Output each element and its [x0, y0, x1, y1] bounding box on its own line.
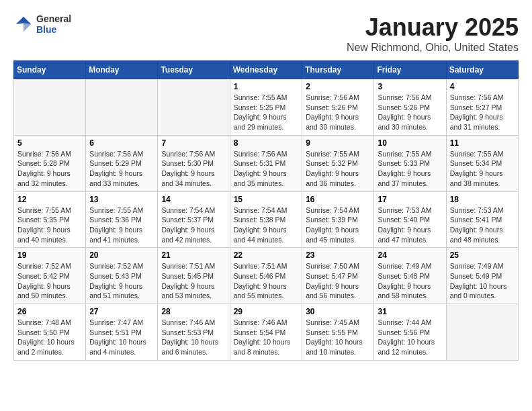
calendar-cell: 27Sunrise: 7:47 AMSunset: 5:51 PMDayligh… — [86, 304, 158, 361]
week-row-2: 5Sunrise: 7:56 AMSunset: 5:28 PMDaylight… — [14, 135, 519, 191]
day-number: 14 — [161, 195, 226, 204]
day-info: Sunrise: 7:44 AMSunset: 5:56 PMDaylight:… — [378, 318, 442, 357]
day-info: Sunrise: 7:46 AMSunset: 5:54 PMDaylight:… — [234, 318, 299, 357]
month-title: January 2025 — [347, 13, 519, 42]
calendar-cell: 14Sunrise: 7:54 AMSunset: 5:37 PMDayligh… — [158, 191, 230, 248]
day-number: 6 — [89, 138, 154, 148]
location-title: New Richmond, Ohio, United States — [347, 42, 519, 54]
calendar-cell: 28Sunrise: 7:46 AMSunset: 5:53 PMDayligh… — [158, 304, 230, 361]
calendar-cell: 4Sunrise: 7:56 AMSunset: 5:27 PMDaylight… — [446, 79, 518, 136]
day-info: Sunrise: 7:51 AMSunset: 5:45 PMDaylight:… — [161, 261, 226, 301]
day-header-saturday: Saturday — [446, 61, 518, 79]
day-info: Sunrise: 7:56 AMSunset: 5:29 PMDaylight:… — [89, 149, 154, 189]
day-number: 7 — [161, 138, 226, 148]
calendar-cell: 26Sunrise: 7:48 AMSunset: 5:50 PMDayligh… — [14, 304, 86, 361]
day-info: Sunrise: 7:45 AMSunset: 5:55 PMDaylight:… — [306, 318, 370, 357]
day-number: 25 — [450, 250, 515, 260]
logo-icon — [13, 14, 34, 34]
calendar-cell — [14, 79, 86, 136]
calendar-cell: 6Sunrise: 7:56 AMSunset: 5:29 PMDaylight… — [86, 135, 158, 191]
day-number: 29 — [234, 307, 299, 316]
calendar-cell — [446, 304, 518, 361]
calendar-cell: 30Sunrise: 7:45 AMSunset: 5:55 PMDayligh… — [302, 304, 374, 361]
day-number: 19 — [17, 250, 82, 260]
calendar-cell: 11Sunrise: 7:55 AMSunset: 5:34 PMDayligh… — [446, 135, 518, 191]
day-number: 16 — [306, 195, 370, 204]
calendar-cell: 2Sunrise: 7:56 AMSunset: 5:26 PMDaylight… — [302, 79, 374, 136]
day-number: 2 — [306, 82, 370, 91]
day-header-friday: Friday — [374, 61, 446, 79]
day-number: 17 — [378, 195, 442, 204]
calendar-header: SundayMondayTuesdayWednesdayThursdayFrid… — [14, 61, 519, 79]
calendar-cell: 19Sunrise: 7:52 AMSunset: 5:42 PMDayligh… — [14, 248, 86, 304]
week-row-5: 26Sunrise: 7:48 AMSunset: 5:50 PMDayligh… — [14, 304, 519, 361]
day-info: Sunrise: 7:51 AMSunset: 5:46 PMDaylight:… — [234, 261, 299, 301]
day-header-sunday: Sunday — [14, 61, 86, 79]
day-info: Sunrise: 7:47 AMSunset: 5:51 PMDaylight:… — [89, 318, 154, 357]
calendar-cell: 22Sunrise: 7:51 AMSunset: 5:46 PMDayligh… — [230, 248, 302, 304]
day-info: Sunrise: 7:52 AMSunset: 5:42 PMDaylight:… — [17, 261, 82, 301]
day-number: 12 — [17, 195, 82, 204]
day-info: Sunrise: 7:52 AMSunset: 5:43 PMDaylight:… — [89, 261, 154, 301]
day-number: 8 — [234, 138, 299, 148]
calendar-cell: 18Sunrise: 7:53 AMSunset: 5:41 PMDayligh… — [446, 191, 518, 248]
day-info: Sunrise: 7:54 AMSunset: 5:38 PMDaylight:… — [234, 205, 299, 245]
logo-blue: Blue — [36, 24, 71, 35]
calendar-cell: 31Sunrise: 7:44 AMSunset: 5:56 PMDayligh… — [374, 304, 446, 361]
day-info: Sunrise: 7:54 AMSunset: 5:39 PMDaylight:… — [306, 205, 370, 245]
calendar-cell: 13Sunrise: 7:55 AMSunset: 5:36 PMDayligh… — [86, 191, 158, 248]
day-number: 28 — [161, 307, 226, 316]
day-number: 10 — [378, 138, 442, 148]
day-info: Sunrise: 7:56 AMSunset: 5:28 PMDaylight:… — [17, 149, 82, 189]
title-area: January 2025 New Richmond, Ohio, United … — [347, 13, 519, 54]
calendar-cell: 16Sunrise: 7:54 AMSunset: 5:39 PMDayligh… — [302, 191, 374, 248]
day-info: Sunrise: 7:53 AMSunset: 5:40 PMDaylight:… — [378, 205, 442, 245]
day-info: Sunrise: 7:55 AMSunset: 5:32 PMDaylight:… — [306, 149, 370, 189]
header: General Blue January 2025 New Richmond, … — [13, 13, 519, 54]
calendar-cell: 24Sunrise: 7:49 AMSunset: 5:48 PMDayligh… — [374, 248, 446, 304]
day-number: 11 — [450, 138, 515, 148]
calendar-cell: 15Sunrise: 7:54 AMSunset: 5:38 PMDayligh… — [230, 191, 302, 248]
calendar: SundayMondayTuesdayWednesdayThursdayFrid… — [13, 60, 519, 361]
calendar-body: 1Sunrise: 7:55 AMSunset: 5:25 PMDaylight… — [14, 79, 519, 361]
calendar-cell: 21Sunrise: 7:51 AMSunset: 5:45 PMDayligh… — [158, 248, 230, 304]
calendar-cell: 7Sunrise: 7:56 AMSunset: 5:30 PMDaylight… — [158, 135, 230, 191]
day-info: Sunrise: 7:48 AMSunset: 5:50 PMDaylight:… — [17, 318, 82, 357]
day-info: Sunrise: 7:56 AMSunset: 5:26 PMDaylight:… — [378, 93, 442, 132]
logo: General Blue — [13, 13, 71, 35]
day-number: 23 — [306, 250, 370, 260]
day-number: 3 — [378, 82, 442, 91]
day-number: 26 — [17, 307, 82, 316]
calendar-cell: 23Sunrise: 7:50 AMSunset: 5:47 PMDayligh… — [302, 248, 374, 304]
week-row-4: 19Sunrise: 7:52 AMSunset: 5:42 PMDayligh… — [14, 248, 519, 304]
day-number: 1 — [234, 82, 299, 91]
day-info: Sunrise: 7:55 AMSunset: 5:25 PMDaylight:… — [234, 93, 299, 132]
day-info: Sunrise: 7:55 AMSunset: 5:36 PMDaylight:… — [89, 205, 154, 245]
day-info: Sunrise: 7:46 AMSunset: 5:53 PMDaylight:… — [161, 318, 226, 357]
calendar-cell: 8Sunrise: 7:56 AMSunset: 5:31 PMDaylight… — [230, 135, 302, 191]
day-number: 15 — [234, 195, 299, 204]
calendar-cell: 20Sunrise: 7:52 AMSunset: 5:43 PMDayligh… — [86, 248, 158, 304]
day-info: Sunrise: 7:56 AMSunset: 5:30 PMDaylight:… — [161, 149, 226, 189]
day-header-tuesday: Tuesday — [158, 61, 230, 79]
day-info: Sunrise: 7:49 AMSunset: 5:49 PMDaylight:… — [450, 261, 515, 301]
day-info: Sunrise: 7:56 AMSunset: 5:26 PMDaylight:… — [306, 93, 370, 132]
day-number: 18 — [450, 195, 515, 204]
day-number: 20 — [89, 250, 154, 260]
day-header-monday: Monday — [86, 61, 158, 79]
day-number: 21 — [161, 250, 226, 260]
calendar-cell: 5Sunrise: 7:56 AMSunset: 5:28 PMDaylight… — [14, 135, 86, 191]
logo-text: General Blue — [36, 13, 71, 35]
week-row-3: 12Sunrise: 7:55 AMSunset: 5:35 PMDayligh… — [14, 191, 519, 248]
calendar-cell: 17Sunrise: 7:53 AMSunset: 5:40 PMDayligh… — [374, 191, 446, 248]
day-header-thursday: Thursday — [302, 61, 374, 79]
calendar-cell: 12Sunrise: 7:55 AMSunset: 5:35 PMDayligh… — [14, 191, 86, 248]
svg-marker-0 — [16, 17, 32, 24]
calendar-cell: 3Sunrise: 7:56 AMSunset: 5:26 PMDaylight… — [374, 79, 446, 136]
day-info: Sunrise: 7:56 AMSunset: 5:27 PMDaylight:… — [450, 93, 515, 132]
day-header-row: SundayMondayTuesdayWednesdayThursdayFrid… — [14, 61, 519, 79]
day-info: Sunrise: 7:49 AMSunset: 5:48 PMDaylight:… — [378, 261, 442, 301]
day-number: 22 — [234, 250, 299, 260]
day-number: 13 — [89, 195, 154, 204]
week-row-1: 1Sunrise: 7:55 AMSunset: 5:25 PMDaylight… — [14, 79, 519, 136]
